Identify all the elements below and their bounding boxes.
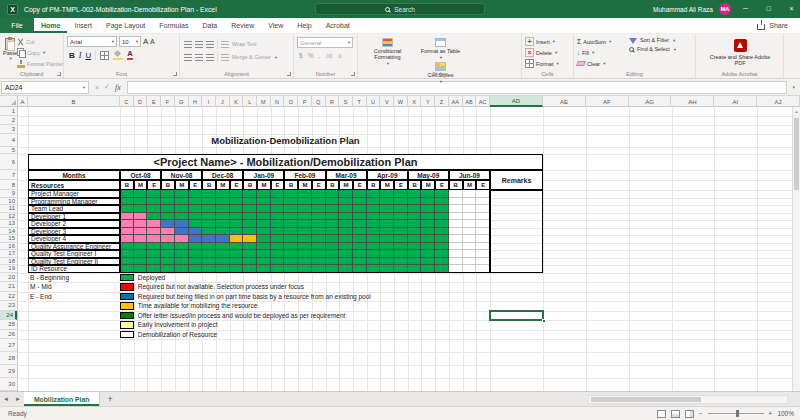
gantt-cell-G[interactable] (230, 250, 244, 258)
gantt-cell-G[interactable] (216, 198, 230, 206)
phase-header[interactable]: B (243, 180, 257, 190)
phase-header[interactable]: M (257, 180, 271, 190)
gantt-cell-G[interactable] (408, 258, 422, 266)
gantt-cell-G[interactable] (243, 250, 257, 258)
gantt-cell-W[interactable] (449, 220, 463, 228)
gantt-cell-G[interactable] (380, 258, 394, 266)
gantt-cell-G[interactable] (367, 220, 381, 228)
gantt-cell-G[interactable] (394, 205, 408, 213)
gantt-cell-G[interactable] (312, 190, 326, 198)
phase-header[interactable]: B (449, 180, 463, 190)
gantt-cell-W[interactable] (476, 258, 490, 266)
column-header-AJ[interactable]: AJ (757, 96, 800, 107)
gantt-cell-G[interactable] (394, 228, 408, 236)
column-header-AI[interactable]: AI (714, 96, 757, 107)
gantt-cell-G[interactable] (202, 213, 216, 221)
align-bottom-icon[interactable] (206, 41, 214, 48)
row-header-2[interactable]: 2 (0, 116, 17, 125)
gantt-cell-G[interactable] (326, 243, 340, 251)
gantt-cell-G[interactable] (408, 190, 422, 198)
gantt-cell-G[interactable] (339, 198, 353, 206)
gantt-cell-G[interactable] (435, 258, 449, 266)
gantt-cell-G[interactable] (339, 243, 353, 251)
row-header-13[interactable]: 13 (0, 220, 17, 228)
phase-header[interactable]: E (230, 180, 244, 190)
month-header[interactable]: Feb-09 (284, 170, 325, 180)
selected-cell-AD24[interactable] (489, 310, 544, 322)
tab-data[interactable]: Data (195, 18, 224, 33)
gantt-cell-P[interactable] (147, 220, 161, 228)
row-header-9[interactable]: 9 (0, 190, 17, 198)
gantt-cell-G[interactable] (284, 228, 298, 236)
search-input[interactable]: Search (315, 3, 485, 15)
gantt-cell-W[interactable] (463, 228, 477, 236)
gantt-cell-G[interactable] (230, 258, 244, 266)
column-header-AC[interactable]: AC (476, 96, 490, 107)
gantt-cell-G[interactable] (189, 213, 203, 221)
formula-bar-expand-icon[interactable]: ▾ (787, 84, 800, 90)
gantt-cell-G[interactable] (367, 213, 381, 221)
month-header[interactable]: Jun-09 (449, 170, 490, 180)
phase-header[interactable]: M (175, 180, 189, 190)
clear-button[interactable]: Clear ▾ (577, 58, 625, 69)
increase-font-size-button[interactable]: A (143, 37, 148, 46)
gantt-cell-G[interactable] (380, 213, 394, 221)
gantt-cell-G[interactable] (435, 220, 449, 228)
gantt-cell-G[interactable] (408, 205, 422, 213)
column-header-K[interactable]: K (230, 96, 244, 107)
gantt-cell-G[interactable] (421, 265, 435, 273)
gantt-cell-G[interactable] (120, 258, 134, 266)
column-header-C[interactable]: C (120, 96, 134, 107)
column-header-T[interactable]: T (353, 96, 367, 107)
gantt-cell-W[interactable] (476, 265, 490, 273)
gantt-cell-G[interactable] (202, 228, 216, 236)
gantt-cell-G[interactable] (326, 198, 340, 206)
gantt-cell-G[interactable] (312, 265, 326, 273)
column-header-AH[interactable]: AH (672, 96, 715, 107)
gantt-cell-W[interactable] (449, 235, 463, 243)
phase-header[interactable]: M (134, 180, 148, 190)
gantt-cell-P[interactable] (120, 220, 134, 228)
phase-header[interactable]: E (353, 180, 367, 190)
tab-help[interactable]: Help (290, 18, 318, 33)
gantt-cell-G[interactable] (243, 190, 257, 198)
gantt-cell-G[interactable] (271, 258, 285, 266)
gantt-cell-G[interactable] (298, 243, 312, 251)
gantt-cell-G[interactable] (243, 243, 257, 251)
resource-name[interactable]: Team Lead (28, 205, 120, 213)
gantt-cell-G[interactable] (339, 228, 353, 236)
gantt-cell-G[interactable] (298, 213, 312, 221)
vertical-scrollbar[interactable]: ▲ (792, 107, 800, 391)
gantt-cell-G[interactable] (134, 258, 148, 266)
row-header-26[interactable]: 26 (0, 330, 17, 340)
gantt-cell-G[interactable] (435, 243, 449, 251)
gantt-cell-G[interactable] (421, 258, 435, 266)
gantt-cell-G[interactable] (394, 265, 408, 273)
gantt-cell-G[interactable] (243, 198, 257, 206)
gantt-cell-W[interactable] (449, 258, 463, 266)
share-button[interactable]: Share (745, 18, 800, 33)
gantt-cell-G[interactable] (271, 235, 285, 243)
italic-button[interactable]: I (79, 51, 82, 60)
gantt-cell-G[interactable] (161, 243, 175, 251)
gantt-cell-W[interactable] (476, 198, 490, 206)
gantt-cell-G[interactable] (312, 213, 326, 221)
row-header-25[interactable]: 25 (0, 320, 17, 330)
align-left-icon[interactable] (184, 54, 192, 61)
gantt-cell-G[interactable] (284, 190, 298, 198)
gantt-cell-G[interactable] (421, 243, 435, 251)
gantt-cell-G[interactable] (202, 258, 216, 266)
tab-file[interactable]: File (0, 18, 34, 33)
avatar[interactable]: MA (719, 3, 731, 15)
autosum-button[interactable]: Σ AutoSum ▾ (577, 36, 625, 47)
gantt-cell-P[interactable] (134, 213, 148, 221)
gantt-cell-G[interactable] (284, 258, 298, 266)
gantt-cell-G[interactable] (175, 265, 189, 273)
gantt-cell-G[interactable] (353, 213, 367, 221)
gantt-cell-G[interactable] (175, 213, 189, 221)
gantt-cell-W[interactable] (463, 213, 477, 221)
gantt-cell-G[interactable] (284, 265, 298, 273)
gantt-cell-G[interactable] (230, 243, 244, 251)
gantt-cell-G[interactable] (216, 190, 230, 198)
tab-page-layout[interactable]: Page Layout (99, 18, 152, 33)
